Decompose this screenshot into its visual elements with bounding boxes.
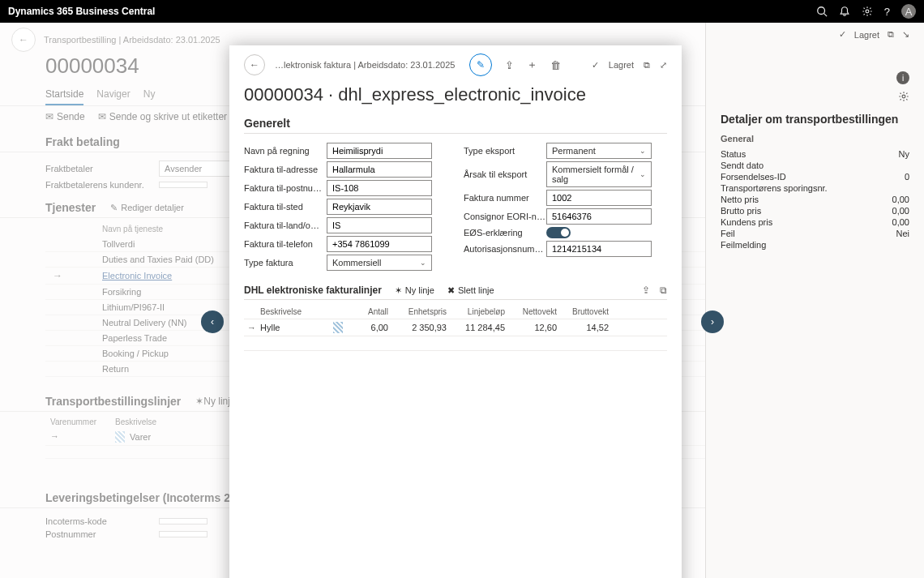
modal-back-button[interactable]: ← — [244, 54, 265, 75]
lines-expand-icon[interactable]: ⧉ — [660, 285, 667, 296]
modal-delete-line[interactable]: ✖Slett linje — [447, 285, 494, 296]
detail-row: StatusNy — [721, 148, 909, 160]
select-field[interactable]: Kommersiell⌄ — [327, 255, 432, 271]
share-icon[interactable]: ⇪ — [505, 59, 514, 71]
text-input[interactable] — [327, 180, 432, 196]
list-item[interactable]: Tollverdi — [70, 239, 135, 249]
text-input[interactable] — [546, 241, 652, 257]
detail-row: Forsendelses-ID0 — [721, 171, 909, 182]
form-field: Autorisasjonsnummer — [464, 241, 667, 257]
form-field: Faktura til-land/område — [244, 217, 447, 233]
text-input[interactable] — [546, 208, 652, 225]
text-input[interactable] — [327, 217, 432, 233]
pattern-icon — [333, 322, 343, 333]
info-icon[interactable]: i — [896, 71, 909, 84]
cmd-send[interactable]: ✉Sende — [45, 111, 85, 122]
next-record-button[interactable]: › — [701, 310, 724, 333]
app-topbar: Dynamics 365 Business Central ? A — [0, 0, 924, 23]
list-item[interactable]: Return — [70, 364, 129, 374]
incoterms-code[interactable] — [159, 518, 207, 524]
list-item[interactable]: Duties and Taxies Paid (DD) — [70, 255, 214, 264]
table-row[interactable] — [244, 336, 667, 351]
modal-popout-icon[interactable]: ⧉ — [644, 60, 650, 71]
row-arrow-icon: → — [244, 320, 257, 335]
list-item[interactable]: Lithium/PI967-II — [70, 302, 165, 312]
modal-lines-title: DHL elektroniske fakturalinjer — [244, 285, 382, 296]
add-icon[interactable]: ＋ — [527, 58, 537, 72]
new-line-icon: ✶ — [195, 396, 203, 407]
send-print-icon: ✉ — [98, 111, 106, 122]
form-field: EØS-erklæring — [464, 227, 667, 238]
detail-row: Kundens pris0,00 — [721, 216, 909, 228]
detail-row: FeilNei — [721, 228, 909, 239]
table-row[interactable]: → Hylle 6,00 2 350,93 11 284,45 12,60 14… — [244, 319, 667, 336]
trash-icon[interactable]: 🗑 — [550, 59, 561, 71]
form-field: Faktura til-sted — [244, 199, 447, 215]
fraktbetaler-kundenr[interactable] — [159, 182, 207, 188]
saved-check-icon: ✓ — [839, 29, 846, 40]
modal-section-generelt: Generelt — [244, 112, 667, 134]
tab-ny[interactable]: Ny — [143, 83, 156, 105]
new-line-icon: ✶ — [395, 285, 402, 296]
panel-settings-icon[interactable] — [898, 91, 909, 102]
list-item-electronic-invoice[interactable]: Electronic Invoice — [70, 271, 172, 280]
cmd-send-print[interactable]: ✉Sende og skrive ut etiketter — [98, 111, 227, 122]
svg-point-3 — [902, 95, 905, 98]
edit-button[interactable]: ✎ — [469, 54, 492, 76]
list-item[interactable]: Booking / Pickup — [70, 349, 169, 358]
text-input[interactable] — [327, 236, 432, 252]
details-panel: ✓ Lagret ⧉ ↘ i Detaljer om transportbest… — [705, 23, 924, 578]
details-title: Detaljer om transportbestillingen — [721, 113, 909, 126]
collapse-icon[interactable]: ↘ — [902, 29, 909, 40]
modal-title: 00000034 · dhl_express_electronic_invoic… — [244, 76, 667, 112]
user-avatar[interactable]: A — [901, 4, 916, 19]
saved-label: Lagret — [854, 30, 879, 40]
form-field: Type fakturaKommersiell⌄ — [244, 255, 447, 271]
chevron-down-icon: ⌄ — [640, 170, 646, 178]
modal-expand-icon[interactable]: ⤢ — [660, 60, 667, 71]
detail-row: Sendt dato — [721, 160, 909, 171]
section-lines: Transportbestillingslinjer — [45, 395, 181, 408]
section-tjenester: Tjenester — [45, 201, 96, 214]
pattern-icon — [115, 431, 125, 443]
form-field: Type eksportPermanent⌄ — [464, 143, 667, 159]
lines-share-icon[interactable]: ⇪ — [642, 285, 650, 296]
list-item[interactable]: Neutral Delivery (NN) — [70, 318, 187, 328]
detail-row: Feilmelding — [721, 239, 909, 250]
toggle[interactable] — [546, 227, 571, 238]
popout-icon[interactable]: ⧉ — [888, 29, 894, 40]
edit-icon: ✎ — [110, 203, 118, 213]
electronic-invoice-modal: ← …lektronisk faktura | Arbeidsdato: 23.… — [229, 45, 682, 578]
modal-lines-grid: Beskrivelse Antall Enhetspris Linjebeløp… — [244, 305, 667, 351]
list-item[interactable]: Forsikring — [70, 287, 141, 297]
search-icon[interactable] — [816, 6, 828, 17]
svg-point-2 — [866, 10, 869, 13]
form-field: Faktura til-adresse — [244, 161, 447, 178]
select-field[interactable]: Kommersielt formål / salg⌄ — [546, 161, 652, 187]
text-input[interactable] — [327, 199, 432, 215]
text-input[interactable] — [327, 143, 432, 159]
incoterms-post[interactable] — [159, 531, 207, 537]
select-field[interactable]: Permanent⌄ — [546, 143, 652, 159]
edit-details[interactable]: ✎Rediger detaljer — [110, 203, 184, 213]
help-icon[interactable]: ? — [884, 6, 890, 18]
tab-naviger[interactable]: Naviger — [96, 83, 130, 105]
modal-new-line[interactable]: ✶Ny linje — [395, 285, 434, 296]
text-input[interactable] — [327, 161, 432, 178]
app-title: Dynamics 365 Business Central — [8, 6, 155, 17]
gear-icon[interactable] — [862, 6, 873, 17]
form-field: Navn på regning — [244, 143, 447, 159]
form-field: Årsak til eksportKommersielt formål / sa… — [464, 161, 667, 187]
back-button[interactable]: ← — [11, 28, 36, 52]
modal-saved-check-icon: ✓ — [592, 60, 599, 71]
form-field: Consignor EORI-num… — [464, 208, 667, 225]
form-field: Faktura nummer — [464, 190, 667, 206]
prev-record-button[interactable]: ‹ — [201, 310, 224, 333]
form-field: Faktura til-postnummer — [244, 180, 447, 196]
svg-point-0 — [818, 7, 825, 15]
bell-icon[interactable] — [839, 6, 850, 17]
tab-startside[interactable]: Startside — [45, 83, 83, 105]
list-item[interactable]: Paperless Trade — [70, 333, 167, 343]
text-input[interactable] — [546, 190, 652, 206]
delete-line-icon: ✖ — [447, 285, 455, 296]
